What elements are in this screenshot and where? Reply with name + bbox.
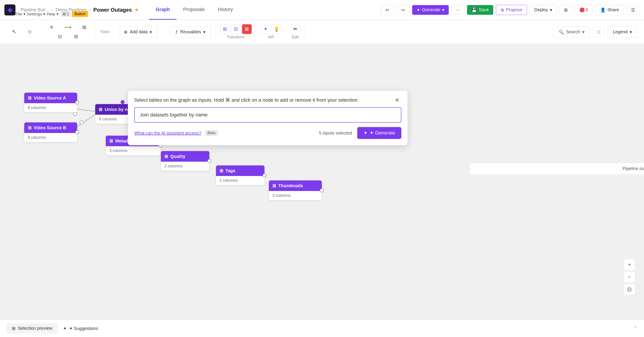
connector-video-source-a-right[interactable] [75, 101, 79, 105]
propose-button[interactable]: ⊕ Propose [496, 5, 527, 15]
connector-video-source-b-right[interactable] [75, 130, 79, 134]
layout-rows[interactable]: ⊟ [52, 33, 68, 41]
search-button[interactable]: 🔍 Search ▾ [553, 27, 590, 38]
zoom-out-button[interactable]: − [624, 271, 635, 283]
file-menu[interactable]: File ▾ [16, 12, 26, 17]
node-body-metadata: 3 columns [106, 146, 160, 155]
ai-link[interactable]: What can the AI assistant access? [134, 131, 202, 136]
ai-generate-button[interactable]: ✦ ✦ Generate [357, 127, 401, 139]
node-thumbnails[interactable]: ⊞ Thumbnails 3 columns [269, 180, 322, 200]
node-video-source-a[interactable]: ⊞ Video Source A 8 columns [24, 93, 77, 112]
move-tool[interactable]: ✛ [44, 23, 59, 32]
connector-thumbnails-right[interactable] [320, 188, 324, 192]
node-body-quality: 2 columns [161, 162, 210, 171]
connector-union-top[interactable] [120, 100, 124, 104]
delete-icon: ⊠ [82, 25, 86, 30]
tools-label: Tools [100, 30, 109, 34]
transform-icon1: ⊞ [223, 26, 227, 32]
db-badge: ⊞ 1 [61, 11, 70, 17]
grid-button[interactable]: ⊞ [559, 5, 572, 15]
ai-input[interactable] [134, 107, 401, 123]
caption-button[interactable]: □ [593, 27, 604, 37]
reusables-chevron: ▾ [203, 29, 206, 35]
legend-button[interactable]: Legend ▾ [607, 27, 638, 38]
pencil-icon: ✏ [293, 26, 297, 32]
search-chevron: ▾ [582, 29, 584, 35]
delete-tool[interactable]: ⊠ [76, 23, 92, 32]
connect-tool[interactable]: ⟶ [60, 23, 76, 32]
node-header-quality: ⊞ Quality [161, 151, 210, 162]
reusables-button[interactable]: ƒ Reusables ▾ [170, 27, 211, 38]
select-tool[interactable]: ⊹ [22, 27, 38, 37]
edit-label: Edit [292, 35, 299, 40]
tab-proposals[interactable]: Proposals [176, 0, 211, 20]
ai-dialog: Select tables on the graph as inputs. Ho… [128, 90, 408, 145]
node-icon-tags: ⊞ [220, 168, 223, 173]
node-icon-thumbnails: ⊞ [272, 183, 276, 188]
ai-dialog-close-button[interactable]: ✕ [393, 97, 401, 104]
help-menu[interactable]: Help ▾ [47, 12, 59, 17]
ai-footer-right: 5 inputs selected ✦ ✦ Generate [319, 127, 401, 139]
layout-cols[interactable]: ⊞ [68, 33, 84, 41]
edit-btn[interactable]: ✏ [290, 24, 300, 34]
connect-icon: ⟶ [64, 25, 72, 30]
selection-preview-tab[interactable]: ⊞ Selection preview [6, 323, 58, 334]
aip-label: AIP [268, 35, 274, 40]
deploy-button[interactable]: Deploy ▾ [530, 5, 556, 15]
toolbar-right: 🔍 Search ▾ □ Legend ▾ [553, 27, 638, 38]
transform-btn1[interactable]: ⊞ [220, 24, 230, 34]
node-header-video-source-b: ⊞ Video Source B [24, 122, 77, 133]
node-video-source-b[interactable]: ⊞ Video Source B 8 columns [24, 122, 77, 142]
share-button[interactable]: 👤 Share [596, 5, 624, 15]
error-icon [580, 8, 584, 12]
generate-button[interactable]: ✦ Generate ▾ [412, 5, 449, 15]
ai-dialog-footer: What can the AI assistant access? Beta 5… [134, 127, 401, 139]
beta-badge: Beta [206, 130, 218, 136]
inputs-selected: 5 inputs selected [319, 131, 352, 136]
star-icon[interactable]: ★ [134, 7, 139, 13]
reusables-icon: ƒ [176, 29, 178, 35]
connector-quality-right[interactable] [208, 159, 211, 163]
breadcrumb-sep2: › [89, 7, 90, 13]
tools-group: ↖ ⊹ [6, 27, 42, 37]
tab-graph[interactable]: Graph [149, 0, 176, 20]
more-button[interactable]: ··· [451, 5, 464, 15]
save-button[interactable]: 💾 Save [467, 5, 493, 15]
pointer-tool[interactable]: ↖ [6, 27, 22, 37]
transform-btn2[interactable]: ⊟ [231, 24, 241, 34]
connector-tags-right[interactable] [262, 173, 266, 177]
redo-button[interactable]: ↪ [396, 5, 410, 15]
node-quality[interactable]: ⊞ Quality 2 columns [161, 151, 210, 171]
page-title: Power Outages [93, 7, 132, 13]
pointer-icon: ↖ [12, 29, 17, 35]
node-header-tags: ⊞ Tags [216, 165, 264, 176]
canvas[interactable]: ⊞ Video Source A 8 columns ⊞ Video Sourc… [0, 44, 644, 319]
menu-button[interactable]: ☰ [626, 5, 640, 15]
node-body-tags: 2 columns [216, 176, 264, 185]
undo-button[interactable]: ↩ [381, 5, 394, 15]
legend-chevron: ▾ [630, 29, 632, 35]
right-sidebar: Pipeline outputs [470, 163, 644, 174]
add-data-button[interactable]: ⊕ Add data ▾ [118, 27, 157, 38]
connection-lines [0, 44, 644, 319]
settings-menu[interactable]: Settings ▾ [27, 12, 46, 17]
collapse-button[interactable]: ⌃ [634, 325, 638, 331]
ai-dialog-message: Select tables on the graph as inputs. Ho… [134, 97, 359, 104]
toolbar: ↖ ⊹ ✛ ⟶ ⊠ ⊟ ⊞ Tools [0, 20, 644, 44]
node-icon-union: ⊞ [99, 107, 102, 112]
node-tags[interactable]: ⊞ Tags 2 columns [216, 165, 264, 185]
zoom-in-button[interactable]: + [624, 259, 635, 270]
aip-btn2[interactable]: 💡 [272, 24, 282, 34]
deploy-chevron: ▾ [550, 7, 552, 13]
search-icon: 🔍 [558, 29, 564, 35]
topbar: ◈ Pipeline Buil... › Demo Pipelines › Po… [0, 0, 644, 20]
svg-point-4 [80, 121, 83, 124]
transform-btn3[interactable]: ⊠ [242, 24, 252, 34]
tab-history[interactable]: History [211, 0, 240, 20]
app-logo: ◈ [4, 5, 16, 16]
user-icon: 👤 [600, 7, 606, 13]
fit-button[interactable]: ⊡ [624, 284, 635, 295]
aip-btn1[interactable]: ✦ [261, 24, 270, 34]
suggestions-tab[interactable]: ✦ ✦ Suggestions [58, 323, 104, 334]
error-button[interactable]: 1 [575, 5, 593, 15]
